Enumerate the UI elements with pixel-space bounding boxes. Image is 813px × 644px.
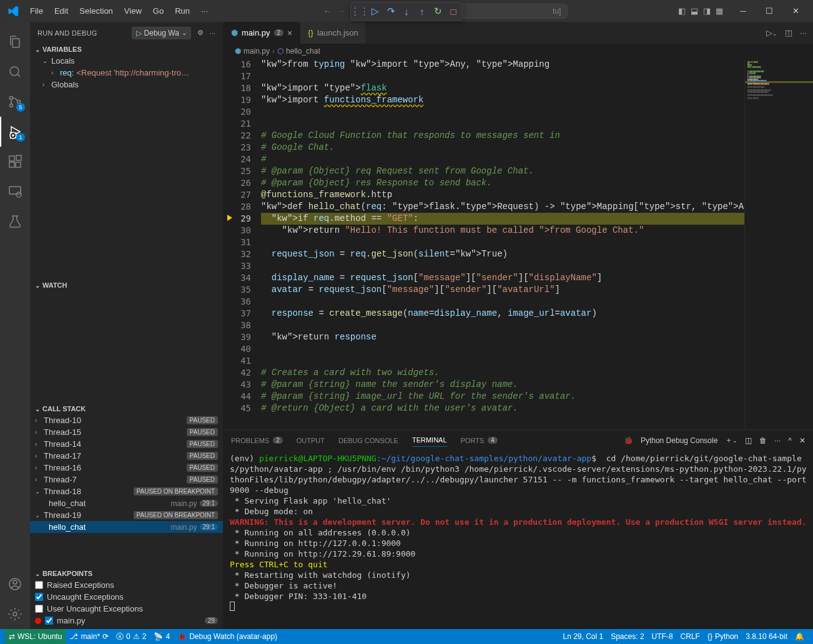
layout-grid-icon[interactable]: ▦: [716, 6, 723, 16]
scope-locals[interactable]: ⌄Locals: [30, 55, 223, 67]
layout-left-icon[interactable]: ◧: [678, 6, 686, 16]
python-interpreter[interactable]: 3.8.10 64-bit: [742, 632, 791, 641]
cursor-position[interactable]: Ln 29, Col 1: [559, 632, 607, 641]
symbol-function-icon: ⬡: [277, 47, 283, 56]
code-editor[interactable]: "kw">from typing "kw">import "type">Any,…: [261, 59, 744, 429]
thread-row[interactable]: ›Thread-14PAUSED: [30, 438, 223, 450]
bp-raised[interactable]: Raised Exceptions: [30, 579, 223, 591]
layout-right-icon[interactable]: ◨: [703, 6, 711, 16]
run-file-icon[interactable]: ▷⌄: [766, 28, 777, 37]
section-variables[interactable]: ⌄VARIABLES: [30, 44, 223, 55]
tab-launch-json[interactable]: {} launch.json: [300, 22, 366, 44]
thread-row[interactable]: ›Thread-17PAUSED: [30, 450, 223, 462]
menu-selection[interactable]: Selection: [74, 4, 117, 18]
testing-icon[interactable]: [0, 207, 30, 237]
bp-uncaught[interactable]: Uncaught Exceptions: [30, 591, 223, 603]
step-out-icon[interactable]: ↑: [415, 4, 430, 19]
status-bar: ⇄WSL: Ubuntu ⎇main*⟳ ⓧ0⚠2 📡4 🐞Debug Watc…: [0, 629, 813, 644]
ports-status[interactable]: 📡4: [150, 629, 174, 644]
source-control-icon[interactable]: 5: [0, 87, 30, 117]
section-breakpoints[interactable]: ⌄BREAKPOINTS: [30, 568, 223, 579]
run-debug-icon[interactable]: 1: [0, 117, 30, 147]
window-maximize-icon[interactable]: ☐: [757, 2, 782, 20]
nav-forward-icon[interactable]: →: [337, 6, 345, 16]
section-callstack[interactable]: ⌄CALL STACK: [30, 403, 223, 414]
stack-frame[interactable]: hello_chatmain.py29:1: [30, 497, 223, 509]
curly-icon: {}: [707, 632, 712, 641]
notifications-icon[interactable]: 🔔: [791, 632, 808, 641]
debug-status[interactable]: 🐞Debug Watch (avatar-app): [174, 629, 281, 644]
close-panel-icon[interactable]: ✕: [799, 436, 806, 445]
menu-view[interactable]: View: [119, 4, 147, 18]
debug-toolbar: ⋮⋮ ▷ ↷ ↓ ↑ ↻ □: [350, 2, 463, 21]
menu-more[interactable]: ···: [196, 4, 213, 18]
panel-ports[interactable]: PORTS4: [461, 434, 498, 447]
thread-row[interactable]: ›Thread-16PAUSED: [30, 462, 223, 474]
new-terminal-icon[interactable]: ＋⌄: [725, 435, 737, 446]
panel-debug-console[interactable]: DEBUG CONSOLE: [338, 434, 398, 447]
panel-output[interactable]: OUTPUT: [297, 434, 325, 447]
restart-icon[interactable]: ↻: [430, 4, 445, 19]
thread-row[interactable]: ›Thread-15PAUSED: [30, 426, 223, 438]
debug-config-selector[interactable]: ▷ Debug Wa ⌄: [132, 27, 191, 39]
menu-bar: File Edit Selection View Go Run ···: [25, 4, 213, 18]
remote-indicator[interactable]: ⇄WSL: Ubuntu: [5, 629, 66, 644]
json-file-icon: {}: [308, 28, 313, 37]
maximize-panel-icon[interactable]: ^: [788, 436, 792, 445]
error-icon: ⓧ: [116, 632, 124, 642]
git-branch[interactable]: ⎇main*⟳: [66, 629, 112, 644]
editor-more-icon[interactable]: ···: [800, 28, 807, 37]
extensions-icon[interactable]: [0, 147, 30, 177]
menu-go[interactable]: Go: [148, 4, 169, 18]
panel-terminal[interactable]: TERMINAL: [412, 434, 447, 447]
explorer-icon[interactable]: [0, 27, 30, 57]
menu-file[interactable]: File: [25, 4, 48, 18]
encoding[interactable]: UTF-8: [648, 632, 677, 641]
window-close-icon[interactable]: ✕: [783, 2, 808, 20]
terminal-output[interactable]: (env) pierrick@LAPTOP-HKU5PNNG:~/git/goo…: [224, 451, 813, 629]
thread-row[interactable]: ⌄Thread-19PAUSED ON BREAKPOINT: [30, 509, 223, 521]
remote-explorer-icon[interactable]: [0, 177, 30, 207]
bp-user-uncaught[interactable]: User Uncaught Exceptions: [30, 603, 223, 615]
indentation[interactable]: Spaces: 2: [607, 632, 648, 641]
thread-row[interactable]: ›Thread-7PAUSED: [30, 474, 223, 485]
bp-mainpy[interactable]: main.py29: [30, 615, 223, 627]
line-gutter[interactable]: 1617181920212223242526272829303132333435…: [224, 59, 261, 429]
section-watch[interactable]: ⌄WATCH: [30, 280, 223, 291]
menu-edit[interactable]: Edit: [49, 4, 73, 18]
close-icon[interactable]: ×: [287, 28, 292, 38]
step-over-icon[interactable]: ↷: [383, 4, 398, 19]
layout-bottom-icon[interactable]: ⬓: [691, 6, 698, 16]
panel-problems[interactable]: PROBLEMS2: [231, 434, 283, 447]
menu-run[interactable]: Run: [170, 4, 195, 18]
split-editor-icon[interactable]: ◫: [785, 28, 792, 37]
stack-frame[interactable]: hello_chatmain.py29:1: [30, 521, 223, 533]
kill-terminal-icon[interactable]: 🗑: [759, 436, 767, 445]
drag-handle-icon[interactable]: ⋮⋮: [352, 4, 367, 19]
window-minimize-icon[interactable]: ─: [731, 2, 756, 20]
accounts-icon[interactable]: [0, 569, 30, 599]
problems-status[interactable]: ⓧ0⚠2: [112, 629, 150, 644]
scope-globals[interactable]: ›Globals: [30, 79, 223, 90]
eol[interactable]: CRLF: [677, 632, 704, 641]
nav-back-icon[interactable]: ←: [323, 6, 331, 16]
sync-icon[interactable]: ⟳: [102, 632, 109, 641]
editor-tabs: ⬢ main.py 2 × {} launch.json ▷⌄ ◫ ···: [224, 22, 813, 44]
breadcrumb[interactable]: ⬢ main.py › ⬡ hello_chat: [224, 44, 813, 59]
terminal-selector[interactable]: Python Debug Console: [641, 436, 717, 445]
continue-icon[interactable]: ▷: [368, 4, 383, 19]
thread-row[interactable]: ›Thread-10PAUSED: [30, 414, 223, 426]
tab-main-py[interactable]: ⬢ main.py 2 ×: [224, 22, 300, 44]
search-icon[interactable]: [0, 57, 30, 87]
minimap[interactable]: ████ ██ ████████████████████ ███████████…: [744, 59, 813, 429]
step-into-icon[interactable]: ↓: [399, 4, 414, 19]
panel-more-icon[interactable]: ···: [774, 436, 781, 445]
language-mode[interactable]: {}Python: [704, 632, 742, 641]
more-icon[interactable]: ···: [210, 29, 215, 37]
thread-row[interactable]: ⌄Thread-18PAUSED ON BREAKPOINT: [30, 485, 223, 497]
variable-req[interactable]: ›req:<Request 'http://charming-tro…: [30, 67, 223, 79]
stop-icon[interactable]: □: [446, 4, 461, 19]
settings-gear-icon[interactable]: [0, 599, 30, 629]
split-terminal-icon[interactable]: ◫: [745, 436, 752, 445]
gear-icon[interactable]: ⚙: [197, 29, 204, 37]
